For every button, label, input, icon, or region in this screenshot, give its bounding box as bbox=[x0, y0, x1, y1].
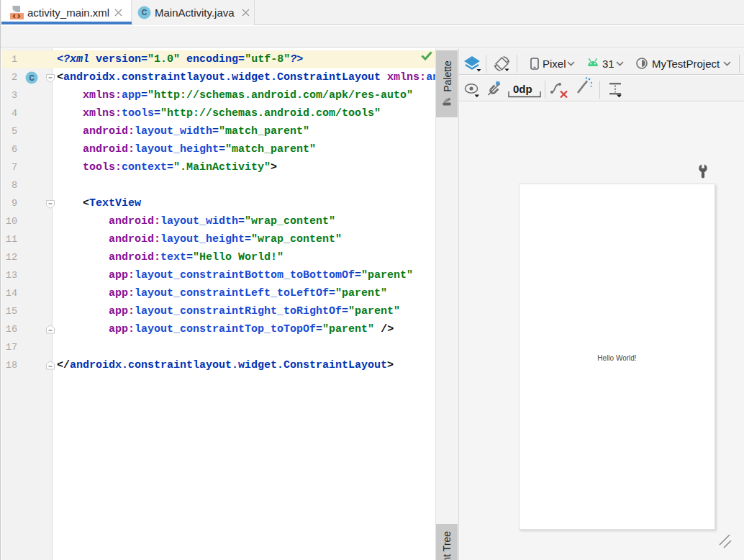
svg-text:C: C bbox=[29, 74, 34, 82]
svg-text:C: C bbox=[142, 8, 148, 17]
